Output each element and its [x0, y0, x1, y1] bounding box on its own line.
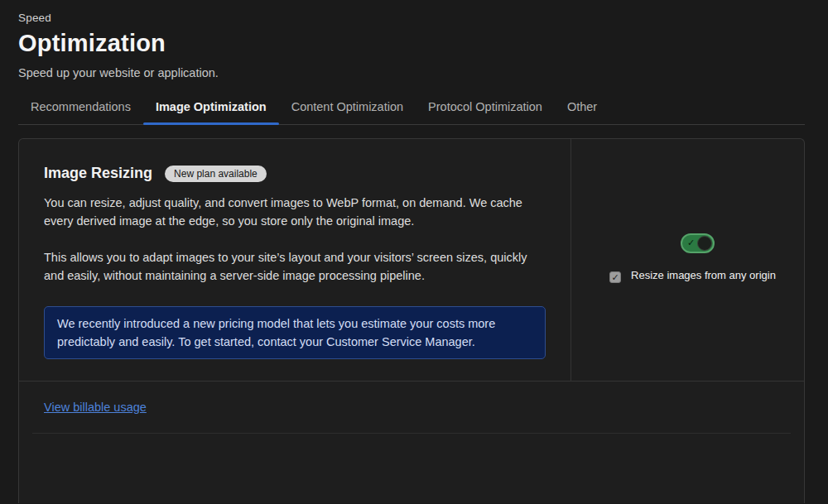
card-footer: View billable usage	[19, 381, 804, 433]
toggle-wrap: ✓	[609, 233, 786, 253]
image-resizing-toggle[interactable]: ✓	[681, 233, 715, 253]
tab-protocol-optimization[interactable]: Protocol Optimization	[416, 91, 555, 124]
pricing-notice: We recently introduced a new pricing mod…	[44, 306, 546, 359]
tab-image-optimization[interactable]: Image Optimization	[143, 91, 279, 124]
page-header: Speed Optimization Speed up your website…	[0, 0, 828, 79]
image-resizing-section: Image Resizing New plan available You ca…	[19, 139, 804, 381]
check-icon: ✓	[687, 238, 695, 247]
tab-other[interactable]: Other	[555, 91, 609, 124]
description-paragraph-2: This allows you to adapt images to your …	[44, 248, 546, 285]
image-resizing-card: Image Resizing New plan available You ca…	[18, 138, 805, 503]
tab-bar: Recommendations Image Optimization Conte…	[18, 91, 805, 125]
speed-optimization-page: Speed Optimization Speed up your website…	[0, 0, 828, 504]
section-title-row: Image Resizing New plan available	[44, 165, 546, 182]
resize-any-origin-checkbox[interactable]: ✓	[609, 271, 621, 283]
description-paragraph-1: You can resize, adjust quality, and conv…	[44, 194, 546, 230]
section-title: Image Resizing	[44, 165, 152, 182]
page-title: Optimization	[18, 30, 805, 57]
breadcrumb: Speed	[18, 12, 805, 24]
image-resizing-controls: ✓ ✓ Resize images from any origin	[571, 139, 804, 381]
image-resizing-content: Image Resizing New plan available You ca…	[19, 139, 571, 381]
section-divider	[32, 433, 791, 434]
toggle-knob	[697, 236, 712, 251]
page-subtitle: Speed up your website or application.	[18, 66, 805, 79]
resize-any-origin-row: ✓ Resize images from any origin	[609, 270, 786, 283]
new-plan-badge: New plan available	[165, 166, 267, 182]
view-billable-usage-link[interactable]: View billable usage	[44, 401, 147, 414]
tab-content-optimization[interactable]: Content Optimization	[279, 91, 416, 124]
resize-any-origin-label: Resize images from any origin	[621, 270, 786, 282]
tab-recommendations[interactable]: Recommendations	[18, 91, 143, 124]
check-icon: ✓	[611, 273, 619, 282]
